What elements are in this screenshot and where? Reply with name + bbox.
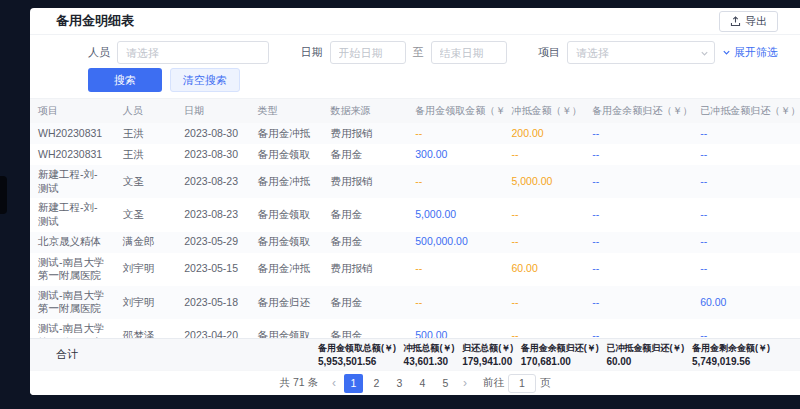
column-header: 备用金领取金额（￥） xyxy=(407,99,503,123)
page-jumper: 前往 页 xyxy=(483,374,551,393)
amount-cell: -- xyxy=(584,286,692,319)
table-row[interactable]: 测试-南昌大学第一附属医院邵梦泽2023-04-20备用金领取备用金500.00… xyxy=(30,319,800,338)
summary-item-value: 5,749,019.56 xyxy=(692,356,770,367)
summary-item: 备用金余额归还(￥)170,681.00 xyxy=(521,342,599,367)
table-body: WH20230831王洪2023-08-30备用金冲抵费用报销--200.00-… xyxy=(30,123,800,338)
amount-cell: -- xyxy=(584,232,692,253)
expand-filters-link[interactable]: 展开筛选 xyxy=(722,45,778,60)
source-cell: 费用报销 xyxy=(323,123,408,144)
date-end-input[interactable] xyxy=(431,41,507,64)
type-cell: 备用金归还 xyxy=(249,286,322,319)
table-row[interactable]: WH20230831王洪2023-08-30备用金冲抵费用报销--200.00-… xyxy=(30,123,800,144)
amount-cell: -- xyxy=(692,198,800,231)
prev-page-button[interactable]: ‹ xyxy=(330,376,338,390)
export-button[interactable]: 导出 xyxy=(719,11,778,32)
amount-cell: -- xyxy=(584,198,692,231)
person-cell: 王洪 xyxy=(115,123,177,144)
date-cell: 2023-04-20 xyxy=(176,319,249,338)
column-header: 人员 xyxy=(115,99,177,123)
expand-filters-label: 展开筛选 xyxy=(734,45,778,60)
jump-unit-label: 页 xyxy=(540,376,551,390)
pagination-bar: 共 71 条 ‹ 12345 › 前往 页 xyxy=(30,370,800,395)
table-row[interactable]: 测试-南昌大学第一附属医院刘宇明2023-05-15备用金冲抵费用报销--60.… xyxy=(30,253,800,286)
page-button[interactable]: 2 xyxy=(367,374,386,393)
amount-cell: 300.00 xyxy=(407,144,503,165)
person-cell: 文圣 xyxy=(115,165,177,198)
action-row: 搜索 清空搜索 xyxy=(30,64,800,99)
summary-item: 冲抵总额(￥)43,601.30 xyxy=(404,342,455,367)
project-select[interactable] xyxy=(567,41,715,64)
clear-search-button[interactable]: 清空搜索 xyxy=(170,68,240,92)
table-area: 项目人员日期类型数据来源备用金领取金额（￥）冲抵金额（￥）备用金余额归还（￥）已… xyxy=(30,99,800,338)
table-row[interactable]: 新建工程-刘-测试文圣2023-08-23备用金冲抵费用报销--5,000.00… xyxy=(30,165,800,198)
page-title: 备用金明细表 xyxy=(56,12,134,30)
project-select-input[interactable] xyxy=(567,41,715,64)
amount-cell: -- xyxy=(584,253,692,286)
amount-cell: -- xyxy=(692,123,800,144)
project-cell: 北京晟义精体 xyxy=(30,232,115,253)
next-page-button[interactable]: › xyxy=(461,376,469,390)
person-cell: 邵梦泽 xyxy=(115,319,177,338)
project-cell: 新建工程-刘-测试 xyxy=(30,198,115,231)
source-cell: 备用金 xyxy=(323,144,408,165)
summary-item-label: 备用金剩余金额(￥) xyxy=(692,342,770,355)
amount-cell: -- xyxy=(692,319,800,338)
page-button[interactable]: 5 xyxy=(436,374,455,393)
table-row[interactable]: 新建工程-刘-测试文圣2023-08-23备用金领取备用金5,000.00---… xyxy=(30,198,800,231)
person-filter-label: 人员 xyxy=(88,45,110,60)
date-start-input[interactable] xyxy=(330,41,406,64)
jump-page-input[interactable] xyxy=(508,374,536,393)
summary-item-label: 已冲抵金额归还(￥) xyxy=(606,342,684,355)
reserve-fund-table: 项目人员日期类型数据来源备用金领取金额（￥）冲抵金额（￥）备用金余额归还（￥）已… xyxy=(30,99,800,338)
reserve-fund-detail-panel: 备用金明细表 导出 人员 日期 至 项目 展开筛选 xyxy=(30,8,800,395)
source-cell: 备用金 xyxy=(323,319,408,338)
amount-cell: 60.00 xyxy=(504,253,585,286)
amount-cell: -- xyxy=(504,198,585,231)
sidebar-collapse-handle[interactable] xyxy=(0,176,7,214)
amount-cell: -- xyxy=(692,253,800,286)
summary-item: 备用金领取总额(￥)5,953,501.56 xyxy=(318,342,396,367)
search-button[interactable]: 搜索 xyxy=(88,68,162,92)
column-header: 数据来源 xyxy=(323,99,408,123)
amount-cell: 60.00 xyxy=(692,286,800,319)
date-cell: 2023-08-30 xyxy=(176,123,249,144)
summary-item-value: 43,601.30 xyxy=(404,356,455,367)
source-cell: 费用报销 xyxy=(323,165,408,198)
amount-cell: -- xyxy=(692,165,800,198)
amount-cell: 500.00 xyxy=(407,319,503,338)
amount-cell: -- xyxy=(584,144,692,165)
page-button[interactable]: 3 xyxy=(390,374,409,393)
date-cell: 2023-05-15 xyxy=(176,253,249,286)
summary-item-label: 备用金余额归还(￥) xyxy=(521,342,599,355)
person-cell: 刘宇明 xyxy=(115,286,177,319)
project-cell: WH20230831 xyxy=(30,123,115,144)
jump-label: 前往 xyxy=(483,376,504,390)
project-cell: 测试-南昌大学第一附属医院 xyxy=(30,253,115,286)
page-button[interactable]: 1 xyxy=(344,374,363,393)
source-cell: 费用报销 xyxy=(323,253,408,286)
export-button-label: 导出 xyxy=(745,14,767,29)
amount-cell: 200.00 xyxy=(504,123,585,144)
pagination-total: 共 71 条 xyxy=(279,376,318,390)
amount-cell: -- xyxy=(584,123,692,144)
type-cell: 备用金领取 xyxy=(249,144,322,165)
person-filter-input[interactable] xyxy=(117,41,269,64)
table-row[interactable]: WH20230831王洪2023-08-30备用金领取备用金300.00----… xyxy=(30,144,800,165)
type-cell: 备用金冲抵 xyxy=(249,123,322,144)
date-filter-label: 日期 xyxy=(301,45,323,60)
table-header-row: 项目人员日期类型数据来源备用金领取金额（￥）冲抵金额（￥）备用金余额归还（￥）已… xyxy=(30,99,800,123)
page-button[interactable]: 4 xyxy=(413,374,432,393)
date-range-separator: 至 xyxy=(413,45,424,60)
table-row[interactable]: 北京晟义精体满金郎2023-05-29备用金领取备用金500,000.00---… xyxy=(30,232,800,253)
amount-cell: 5,000.00 xyxy=(407,198,503,231)
table-row[interactable]: 测试-南昌大学第一附属医院刘宇明2023-05-18备用金归还备用金------… xyxy=(30,286,800,319)
type-cell: 备用金领取 xyxy=(249,232,322,253)
person-cell: 文圣 xyxy=(115,198,177,231)
summary-item-value: 179,941.00 xyxy=(462,356,513,367)
amount-cell: -- xyxy=(504,319,585,338)
summary-item: 备用金剩余金额(￥)5,749,019.56 xyxy=(692,342,770,367)
column-header: 类型 xyxy=(249,99,322,123)
person-cell: 刘宇明 xyxy=(115,253,177,286)
filter-row: 人员 日期 至 项目 展开筛选 xyxy=(30,35,800,64)
pager-pages: 12345 xyxy=(344,374,455,393)
